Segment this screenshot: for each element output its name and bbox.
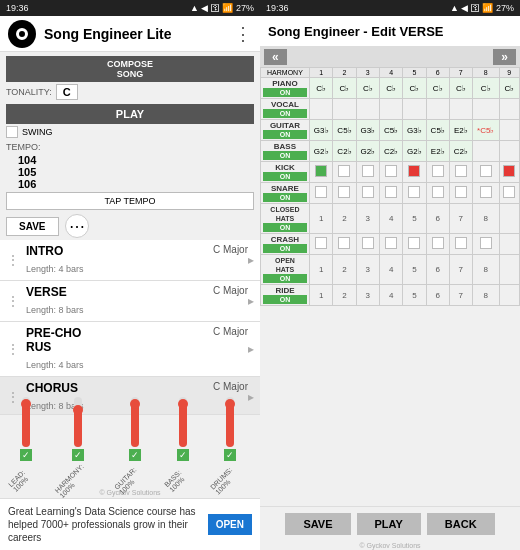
vocal-cell-3[interactable] bbox=[356, 99, 380, 120]
bass-cell-3[interactable]: G2♭ bbox=[356, 141, 380, 162]
bass-cell-5[interactable]: G2♭ bbox=[403, 141, 427, 162]
crash-cell-2[interactable] bbox=[333, 234, 356, 255]
crash-cell-1[interactable] bbox=[309, 234, 333, 255]
openhats-on-button[interactable]: ON bbox=[263, 274, 307, 283]
kick-check-7[interactable] bbox=[455, 165, 467, 177]
crash-cell-6[interactable] bbox=[426, 234, 449, 255]
closedhats-cell-8[interactable]: 8 bbox=[472, 204, 499, 234]
song-item-intro[interactable]: ⋮ INTRO C Major Length: 4 bars ▸ bbox=[0, 240, 260, 281]
ride-cell-8[interactable]: 8 bbox=[472, 285, 499, 306]
snare-on-button[interactable]: ON bbox=[263, 193, 307, 202]
kick-cell-5[interactable] bbox=[403, 162, 427, 183]
kick-check-2[interactable] bbox=[338, 165, 350, 177]
vocal-cell-2[interactable] bbox=[333, 99, 356, 120]
closedhats-cell-6[interactable]: 6 bbox=[426, 204, 449, 234]
ride-cell-1[interactable]: 1 bbox=[309, 285, 333, 306]
snare-cell-9[interactable] bbox=[499, 183, 519, 204]
ride-cell-6[interactable]: 6 bbox=[426, 285, 449, 306]
kick-cell-9[interactable] bbox=[499, 162, 519, 183]
kick-check-3[interactable] bbox=[362, 165, 374, 177]
openhats-cell-9[interactable] bbox=[499, 255, 519, 285]
nav-prev-button[interactable]: « bbox=[264, 49, 287, 65]
closedhats-cell-9[interactable] bbox=[499, 204, 519, 234]
snare-cell-2[interactable] bbox=[333, 183, 356, 204]
piano-cell-1[interactable]: C♭ bbox=[309, 78, 333, 99]
piano-cell-8[interactable]: C♭ bbox=[472, 78, 499, 99]
vocal-cell-9[interactable] bbox=[499, 99, 519, 120]
ad-open-button[interactable]: OPEN bbox=[208, 514, 252, 535]
vocal-cell-7[interactable] bbox=[449, 99, 472, 120]
ride-cell-5[interactable]: 5 bbox=[403, 285, 427, 306]
song-item-pre-chorus[interactable]: ⋮ PRE-CHORUS C Major Length: 4 bars ▸ bbox=[0, 322, 260, 377]
snare-cell-8[interactable] bbox=[472, 183, 499, 204]
kick-check-6[interactable] bbox=[432, 165, 444, 177]
guitar-cell-3[interactable]: G3♭ bbox=[356, 120, 380, 141]
bass-cell-6[interactable]: E2♭ bbox=[426, 141, 449, 162]
footer-save-button[interactable]: SAVE bbox=[285, 513, 350, 535]
menu-dots-icon[interactable]: ⋮ bbox=[234, 23, 252, 45]
kick-check-5[interactable] bbox=[408, 165, 420, 177]
guitar-cell-6[interactable]: C5♭ bbox=[426, 120, 449, 141]
vocal-on-button[interactable]: ON bbox=[263, 109, 307, 118]
guitar-cell-5[interactable]: G3♭ bbox=[403, 120, 427, 141]
guitar-cell-7[interactable]: E2♭ bbox=[449, 120, 472, 141]
closedhats-cell-3[interactable]: 3 bbox=[356, 204, 380, 234]
crash-cell-9[interactable] bbox=[499, 234, 519, 255]
tap-tempo-button[interactable]: TAP TEMPO bbox=[6, 192, 254, 210]
piano-on-button[interactable]: ON bbox=[263, 88, 307, 97]
openhats-cell-2[interactable]: 2 bbox=[333, 255, 356, 285]
guitar-cell-1[interactable]: G3♭ bbox=[309, 120, 333, 141]
bass-cell-7[interactable]: C2♭ bbox=[449, 141, 472, 162]
play-button[interactable]: PLAY bbox=[6, 104, 254, 124]
openhats-cell-6[interactable]: 6 bbox=[426, 255, 449, 285]
kick-cell-2[interactable] bbox=[333, 162, 356, 183]
snare-cell-1[interactable] bbox=[309, 183, 333, 204]
snare-cell-6[interactable] bbox=[426, 183, 449, 204]
bass-on-button[interactable]: ON bbox=[263, 151, 307, 160]
vocal-cell-5[interactable] bbox=[403, 99, 427, 120]
crash-cell-7[interactable] bbox=[449, 234, 472, 255]
bass-cell-8[interactable] bbox=[472, 141, 499, 162]
compose-song-button[interactable]: COMPOSESONG bbox=[6, 56, 254, 82]
ride-cell-7[interactable]: 7 bbox=[449, 285, 472, 306]
piano-cell-4[interactable]: C♭ bbox=[380, 78, 403, 99]
crash-cell-4[interactable] bbox=[380, 234, 403, 255]
save-button[interactable]: SAVE bbox=[6, 217, 59, 236]
kick-on-button[interactable]: ON bbox=[263, 172, 307, 181]
crash-cell-8[interactable] bbox=[472, 234, 499, 255]
piano-cell-2[interactable]: C♭ bbox=[333, 78, 356, 99]
openhats-cell-7[interactable]: 7 bbox=[449, 255, 472, 285]
guitar-cell-9[interactable] bbox=[499, 120, 519, 141]
kick-check-9[interactable] bbox=[503, 165, 515, 177]
snare-cell-3[interactable] bbox=[356, 183, 380, 204]
snare-cell-4[interactable] bbox=[380, 183, 403, 204]
vocal-cell-4[interactable] bbox=[380, 99, 403, 120]
kick-cell-8[interactable] bbox=[472, 162, 499, 183]
piano-cell-7[interactable]: C♭ bbox=[449, 78, 472, 99]
vocal-cell-6[interactable] bbox=[426, 99, 449, 120]
nav-next-button[interactable]: » bbox=[493, 49, 516, 65]
closedhats-cell-5[interactable]: 5 bbox=[403, 204, 427, 234]
swing-checkbox[interactable] bbox=[6, 126, 18, 138]
context-menu-trigger[interactable]: ⋯ bbox=[65, 214, 89, 238]
crash-cell-3[interactable] bbox=[356, 234, 380, 255]
bass-cell-2[interactable]: C2♭ bbox=[333, 141, 356, 162]
openhats-cell-1[interactable]: 1 bbox=[309, 255, 333, 285]
piano-cell-3[interactable]: C♭ bbox=[356, 78, 380, 99]
guitar-on-button[interactable]: ON bbox=[263, 130, 307, 139]
ride-cell-9[interactable] bbox=[499, 285, 519, 306]
vocal-cell-8[interactable] bbox=[472, 99, 499, 120]
ride-on-button[interactable]: ON bbox=[263, 295, 307, 304]
snare-cell-7[interactable] bbox=[449, 183, 472, 204]
ride-cell-4[interactable]: 4 bbox=[380, 285, 403, 306]
snare-cell-5[interactable] bbox=[403, 183, 427, 204]
kick-check-1[interactable] bbox=[315, 165, 327, 177]
openhats-cell-8[interactable]: 8 bbox=[472, 255, 499, 285]
closedhats-cell-1[interactable]: 1 bbox=[309, 204, 333, 234]
bass-cell-9[interactable] bbox=[499, 141, 519, 162]
guitar-cell-2[interactable]: C5♭ bbox=[333, 120, 356, 141]
closedhats-cell-7[interactable]: 7 bbox=[449, 204, 472, 234]
kick-check-8[interactable] bbox=[480, 165, 492, 177]
song-item-verse[interactable]: ⋮ VERSE C Major Length: 8 bars ▸ bbox=[0, 281, 260, 322]
openhats-cell-3[interactable]: 3 bbox=[356, 255, 380, 285]
